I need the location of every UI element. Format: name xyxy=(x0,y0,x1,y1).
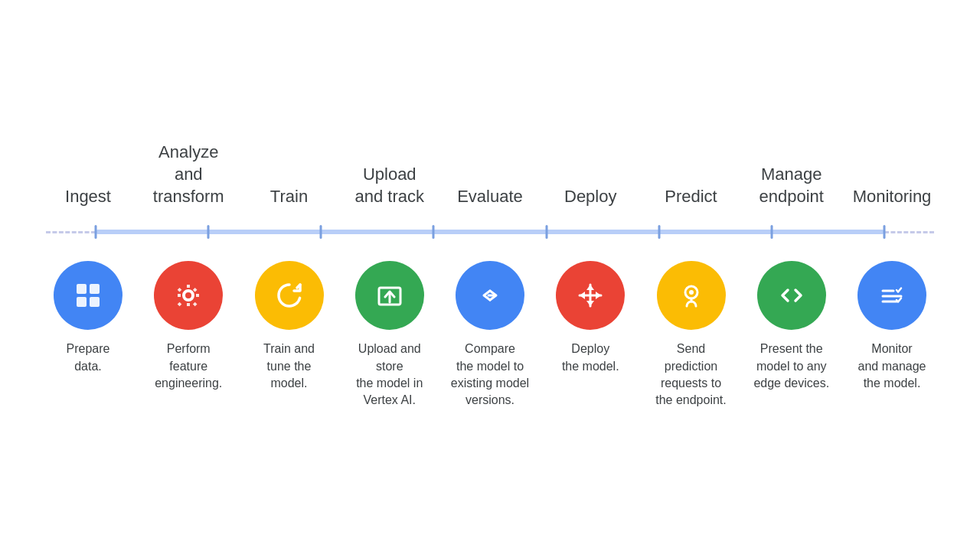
analyze-desc: Performfeatureengineering. xyxy=(155,341,222,392)
label-monitoring: Monitoring xyxy=(850,186,934,208)
predict-icon-circle xyxy=(657,261,726,330)
svg-rect-0 xyxy=(77,284,87,294)
deploy-icon-circle xyxy=(556,261,625,330)
code-icon xyxy=(775,279,808,312)
refresh-icon xyxy=(273,279,306,312)
evaluate-desc: Comparethe model toexisting modelversion… xyxy=(451,341,529,409)
timeline-row xyxy=(31,221,949,243)
move-icon xyxy=(573,279,607,312)
ingest-desc: Preparedata. xyxy=(67,341,110,375)
ingest-icon-circle xyxy=(54,261,122,330)
step-train: Train andtune themodel. xyxy=(247,261,332,409)
monitoring-icon-circle xyxy=(858,261,926,330)
train-icon-circle xyxy=(255,261,324,330)
upload-icon-circle xyxy=(355,261,424,330)
grid-icon xyxy=(71,279,105,312)
step-monitoring: Monitorand managethe model. xyxy=(850,261,934,409)
gear-icon xyxy=(172,279,205,312)
upload-box-icon xyxy=(373,279,407,312)
label-deploy: Deploy xyxy=(548,186,632,208)
label-evaluate: Evaluate xyxy=(448,186,532,208)
predict-desc: Send predictionrequests tothe endpoint. xyxy=(649,341,733,409)
step-upload: Upload and storethe model inVertex AI. xyxy=(348,261,432,409)
labels-row: Ingest Analyze andtransform Train Upload… xyxy=(31,142,949,207)
step-predict: Send predictionrequests tothe endpoint. xyxy=(649,261,733,409)
label-upload: Uploadand track xyxy=(348,164,432,207)
svg-rect-1 xyxy=(90,284,100,294)
label-manage: Manageendpoint xyxy=(750,164,834,207)
monitoring-desc: Monitorand managethe model. xyxy=(858,341,926,392)
label-predict: Predict xyxy=(649,186,733,208)
svg-rect-3 xyxy=(90,297,100,307)
step-analyze: Performfeatureengineering. xyxy=(146,261,230,409)
manage-icon-circle xyxy=(757,261,826,330)
analyze-icon-circle xyxy=(154,261,223,330)
diagram-container: Ingest Analyze andtransform Train Upload… xyxy=(31,142,949,409)
touch-icon xyxy=(675,279,708,312)
label-analyze: Analyze andtransform xyxy=(146,142,230,207)
upload-desc: Upload and storethe model inVertex AI. xyxy=(348,341,432,409)
svg-rect-2 xyxy=(77,297,87,307)
compare-icon xyxy=(473,279,507,312)
evaluate-icon-circle xyxy=(456,261,524,330)
deploy-desc: Deploythe model. xyxy=(562,341,619,375)
step-evaluate: Comparethe model toexisting modelversion… xyxy=(448,261,532,409)
manage-desc: Present themodel to anyedge devices. xyxy=(753,341,829,392)
monitor-icon xyxy=(875,279,909,312)
step-deploy: Deploythe model. xyxy=(548,261,632,409)
label-train: Train xyxy=(247,186,332,208)
train-desc: Train andtune themodel. xyxy=(263,341,315,392)
icons-row: Preparedata. Performfeatureengineering. xyxy=(31,261,949,409)
label-ingest: Ingest xyxy=(46,186,130,208)
step-ingest: Preparedata. xyxy=(46,261,130,409)
step-manage: Present themodel to anyedge devices. xyxy=(750,261,834,409)
svg-point-6 xyxy=(689,290,694,295)
